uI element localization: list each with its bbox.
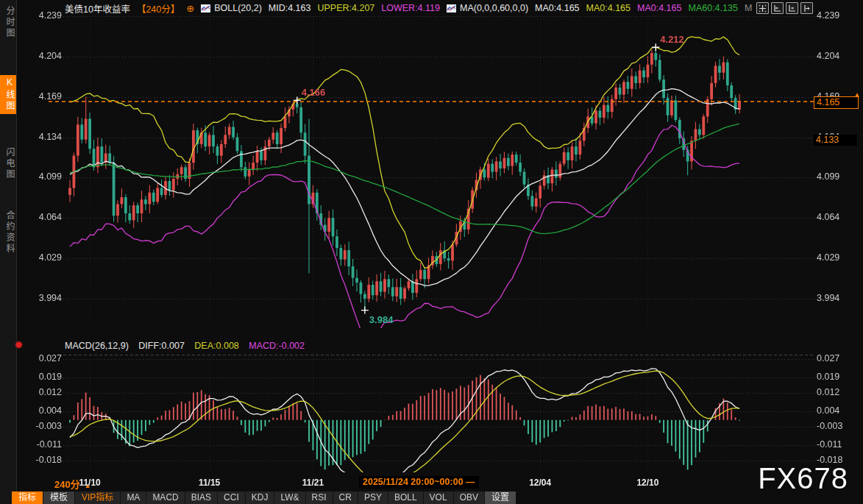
price-tick-label: 3.994: [28, 293, 62, 303]
price-tick-label: 4.029: [28, 252, 62, 263]
tab-lwr[interactable]: LW&: [274, 491, 305, 504]
boll-mini-chart-icon[interactable]: [201, 4, 210, 13]
tab-vol[interactable]: VOL: [424, 491, 454, 504]
axis-scale-right-icon: [788, 4, 796, 13]
date-label: 12/04: [524, 478, 556, 488]
sidebar: 分时图 K线图 闪电图 合约资料: [0, 0, 17, 504]
price-tick-label: 4.099: [817, 171, 858, 182]
app-window: 分时图 K线图 闪电图 合约资料 美债10年收益率 【240分】 ⊕ BOLL(…: [0, 0, 863, 504]
crosshair-icon: [759, 4, 767, 13]
price-tick-label: 4.239: [28, 10, 62, 21]
macd-diff-value: DIFF:0.007: [138, 341, 185, 351]
tab-cr[interactable]: CR: [333, 491, 358, 504]
sidebar-item-kline-chart[interactable]: K线图: [0, 75, 16, 114]
target-icon[interactable]: ⊕: [186, 3, 194, 14]
tab-obv[interactable]: OBV: [454, 491, 485, 504]
price-tick-label: 4.064: [28, 212, 62, 222]
ma60-value: MA60:4.135: [688, 3, 737, 13]
boll-mid-value: MID:4.163: [269, 3, 311, 13]
ma0-yellow-value: MA0:4.165: [586, 3, 631, 13]
price-tick-label: 4.134: [28, 132, 62, 142]
tab-bias[interactable]: BIAS: [185, 491, 218, 504]
reference-price-badge: 4.133: [814, 135, 857, 146]
boll-upper-value: UPPER:4.207: [317, 3, 374, 13]
ma-name: MA(0,0,0,60,0,0): [460, 3, 528, 13]
price-tick-label: 4.064: [817, 212, 858, 222]
ma0-magenta-value: MA0:4.165: [637, 3, 681, 13]
indicator-settings-icon[interactable]: ✹: [14, 338, 24, 352]
axis-scale-left-icon: [773, 4, 781, 13]
price-tick-label: 3.994: [817, 293, 858, 303]
macd-header: MACD(26,12,9) DIFF:0.007 DEA:0.008 MACD:…: [65, 341, 312, 351]
pan-right-icon: [803, 4, 811, 13]
tab-ma[interactable]: MA: [121, 491, 146, 504]
pan-right-button[interactable]: [800, 2, 813, 14]
tab-indicators[interactable]: 指标: [12, 491, 43, 504]
price-tick-label: 4.239: [817, 10, 858, 21]
current-price-badge: 4.165: [814, 96, 859, 109]
ma-extra-label: M: [745, 3, 752, 13]
chart-tools: [756, 2, 813, 14]
main-price-chart[interactable]: [16, 16, 863, 328]
date-label: 11/10: [74, 478, 106, 488]
boll-name: BOLL(20,2): [214, 3, 262, 13]
price-tick-label: 4.204: [28, 51, 62, 61]
price-tick-label: 4.099: [28, 171, 62, 182]
date-label: 12/10: [631, 478, 664, 488]
macd-dea-value: DEA:0.008: [194, 341, 238, 351]
period-label[interactable]: 【240分】: [137, 1, 180, 15]
indicator-toolbar: 指标 模板 VIP指标 MA MACD BIAS CCI KDJ LW& RSI…: [12, 491, 516, 504]
tab-macd[interactable]: MACD: [146, 491, 185, 504]
instrument-title: 美债10年收益率: [65, 1, 130, 15]
macd-indicator-chart[interactable]: [16, 353, 863, 472]
axis-scale-left-button[interactable]: [771, 2, 784, 14]
price-tick-label: 4.204: [817, 51, 858, 61]
axis-scale-right-button[interactable]: [786, 2, 798, 14]
price-tick-label: 4.169: [28, 91, 62, 102]
ma0-white-value: MA0:4.165: [535, 3, 579, 13]
sidebar-item-contract-info[interactable]: 合约资料: [0, 208, 16, 257]
tab-rsi[interactable]: RSI: [306, 491, 333, 504]
date-label: 11/15: [193, 478, 226, 488]
time-axis: 240分▲ 11/1011/1511/2112/0412/10 2025/11/…: [0, 475, 863, 491]
chart-header: 美债10年收益率 【240分】 ⊕ BOLL(20,2) MID:4.163 U…: [16, 0, 863, 16]
tab-vip-indicators[interactable]: VIP指标: [75, 491, 121, 504]
boll-lower-value: LOWER:4.119: [381, 3, 440, 13]
price-up-arrow-icon: ▲: [853, 90, 861, 99]
selected-bar-time: 2025/11/24 20:00~00:00 —: [359, 476, 479, 489]
tab-settings[interactable]: 设置: [485, 491, 516, 504]
date-label: 11/21: [296, 478, 329, 488]
tab-psy[interactable]: PSY: [358, 491, 388, 504]
tab-templates[interactable]: 模板: [43, 491, 75, 504]
tab-cci[interactable]: CCI: [218, 491, 246, 504]
sidebar-item-lightning-chart[interactable]: 闪电图: [0, 145, 16, 182]
macd-name: MACD(26,12,9): [65, 341, 129, 351]
ma-mini-chart-icon[interactable]: [447, 4, 456, 13]
tab-kdj[interactable]: KDJ: [246, 491, 275, 504]
sidebar-item-timeshare-chart[interactable]: 分时图: [0, 4, 16, 41]
crosshair-button[interactable]: [756, 2, 769, 14]
watermark: FX678: [758, 462, 848, 495]
price-tick-label: 4.029: [817, 252, 858, 263]
macd-hist-value: MACD:-0.002: [249, 341, 305, 351]
tab-boll[interactable]: BOLL: [388, 491, 424, 504]
